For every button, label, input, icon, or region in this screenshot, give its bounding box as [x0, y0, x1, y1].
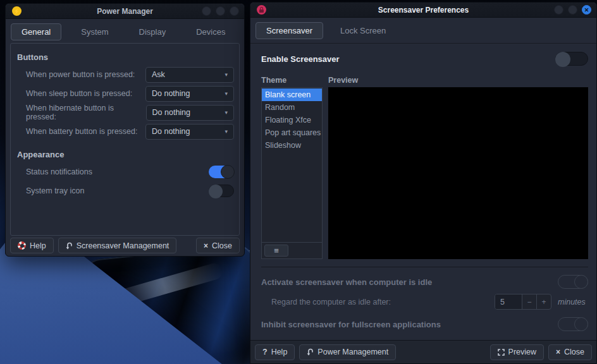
sleep-button-dropdown[interactable]: Do nothing ▾ — [145, 86, 234, 102]
return-arrow-icon — [307, 348, 314, 356]
tab-devices[interactable]: Devices — [185, 23, 236, 40]
preview-column-label: Preview — [328, 76, 358, 85]
theme-column-label: Theme — [261, 76, 328, 85]
maximize-button[interactable] — [216, 6, 225, 16]
help-button-label: Help — [30, 241, 46, 250]
close-x-glyph: ✕ — [584, 7, 589, 13]
tab-display[interactable]: Display — [128, 23, 177, 40]
theme-list: Blank screen Random Floating Xfce Pop ar… — [261, 87, 323, 259]
column-labels: Theme Preview — [261, 76, 588, 85]
power-manager-tabs: General System Display Devices — [6, 19, 244, 44]
lock-icon — [257, 5, 266, 15]
question-mark-icon: ? — [262, 348, 268, 356]
help-button[interactable]: ? Help — [255, 344, 295, 360]
toggle-knob — [574, 317, 588, 331]
plus-button[interactable]: + — [536, 294, 551, 309]
lifering-icon — [18, 241, 26, 250]
tab-screensaver[interactable]: Screensaver — [255, 22, 323, 39]
sleep-button-label: When sleep button is pressed: — [26, 89, 132, 98]
theme-list-toolbar: ≡ — [262, 242, 322, 258]
lock-shackle — [260, 7, 263, 10]
idle-delay-value[interactable]: 5 — [495, 294, 522, 309]
theme-item-slideshow[interactable]: Slideshow — [262, 139, 322, 152]
battery-button-dropdown[interactable]: Do nothing ▾ — [145, 124, 234, 140]
theme-list-menu-button[interactable]: ≡ — [264, 245, 288, 257]
chevron-down-icon: ▾ — [225, 71, 228, 78]
inhibit-toggle[interactable] — [558, 317, 588, 331]
general-tab-panel: Buttons When power button is pressed: As… — [10, 43, 240, 236]
battery-button-value: Do nothing — [152, 127, 190, 136]
tab-general[interactable]: General — [11, 23, 61, 40]
close-button[interactable]: × Close — [196, 238, 240, 253]
enable-screensaver-label: Enable Screensaver — [261, 54, 340, 64]
sleep-button-row: When sleep button is pressed: Do nothing… — [16, 84, 234, 103]
minimize-button[interactable] — [202, 6, 211, 16]
theme-item-floating-xfce[interactable]: Floating Xfce — [262, 114, 322, 126]
tab-lock-screen[interactable]: Lock Screen — [329, 22, 397, 39]
close-button-label: Close — [564, 348, 584, 356]
hibernate-button-dropdown[interactable]: Do nothing ▾ — [146, 105, 234, 121]
maximize-button[interactable] — [568, 5, 577, 15]
help-button-label: Help — [271, 348, 288, 356]
power-management-label: Power Management — [317, 348, 388, 356]
screensaver-tabs: Screensaver Lock Screen — [250, 18, 596, 44]
screensaver-window: Screensaver Preferences ✕ Screensaver Lo… — [250, 2, 597, 364]
hibernate-button-row: When hibernate button is pressed: Do not… — [16, 103, 234, 122]
preview-button[interactable]: Preview — [490, 344, 544, 360]
toggle-knob — [555, 52, 570, 67]
activate-idle-toggle[interactable] — [558, 275, 588, 289]
minus-button[interactable]: − — [522, 294, 536, 309]
screensaver-management-button[interactable]: Screensaver Management — [58, 238, 177, 253]
appearance-section-header: Appearance — [17, 150, 234, 159]
system-tray-toggle[interactable] — [209, 185, 234, 197]
chevron-down-icon: ▾ — [225, 90, 228, 97]
status-notifications-row: Status notifications — [16, 162, 234, 181]
screensaver-title: Screensaver Preferences — [378, 6, 469, 15]
power-manager-window: ⚡ Power Manager General System Display D… — [5, 3, 245, 257]
power-manager-titlebar[interactable]: ⚡ Power Manager — [6, 4, 244, 19]
idle-delay-row: Regard the computer as idle after: 5 − +… — [250, 289, 596, 310]
theme-item-pop-art-squares[interactable]: Pop art squares — [262, 126, 322, 139]
close-button-label: Close — [212, 241, 232, 250]
lightning-glyph: ⚡ — [13, 8, 20, 15]
screensaver-preview-area — [328, 87, 588, 259]
screensaver-footer: ? Help Power Management Preview × Close — [250, 340, 596, 363]
desktop: ⚡ Power Manager General System Display D… — [0, 0, 597, 364]
screensaver-titlebar[interactable]: Screensaver Preferences ✕ — [250, 3, 596, 18]
minimize-button[interactable] — [554, 5, 563, 15]
screensaver-management-label: Screensaver Management — [77, 241, 169, 250]
buttons-section-header: Buttons — [17, 52, 234, 62]
power-manager-footer: Help Screensaver Management × Close — [10, 238, 240, 253]
idle-delay-label: Regard the computer as idle after: — [271, 298, 495, 306]
enable-screensaver-row: Enable Screensaver — [250, 44, 596, 66]
inhibit-label: Inhibit screensaver for fullscreen appli… — [261, 320, 441, 329]
window-controls — [202, 6, 239, 16]
lock-body — [259, 9, 264, 13]
fullscreen-icon — [498, 349, 505, 356]
help-button[interactable]: Help — [10, 238, 54, 253]
close-button[interactable]: × Close — [548, 344, 592, 360]
inhibit-row: Inhibit screensaver for fullscreen appli… — [250, 310, 596, 331]
status-notifications-toggle[interactable] — [209, 166, 234, 178]
theme-item-random[interactable]: Random — [262, 101, 322, 114]
window-controls: ✕ — [554, 5, 591, 15]
toggle-knob — [209, 185, 223, 198]
status-notifications-label: Status notifications — [26, 167, 92, 176]
power-button-row: When power button is pressed: Ask ▾ — [16, 65, 234, 84]
toggle-knob — [221, 165, 235, 179]
power-management-button[interactable]: Power Management — [299, 344, 396, 360]
theme-preview-row: Blank screen Random Floating Xfce Pop ar… — [261, 87, 588, 259]
toggle-knob — [574, 275, 588, 289]
enable-screensaver-toggle[interactable] — [555, 52, 588, 66]
power-button-label: When power button is pressed: — [26, 70, 135, 79]
preview-button-label: Preview — [508, 348, 536, 356]
system-tray-label: System tray icon — [26, 186, 84, 195]
chevron-down-icon: ▾ — [225, 109, 228, 116]
close-window-button[interactable]: ✕ — [582, 5, 591, 15]
power-button-dropdown[interactable]: Ask ▾ — [145, 67, 234, 83]
hibernate-button-label: When hibernate button is pressed: — [26, 104, 146, 121]
hibernate-button-value: Do nothing — [152, 108, 190, 117]
close-window-button[interactable] — [230, 6, 239, 16]
tab-system[interactable]: System — [70, 23, 119, 40]
theme-item-blank-screen[interactable]: Blank screen — [262, 88, 322, 101]
